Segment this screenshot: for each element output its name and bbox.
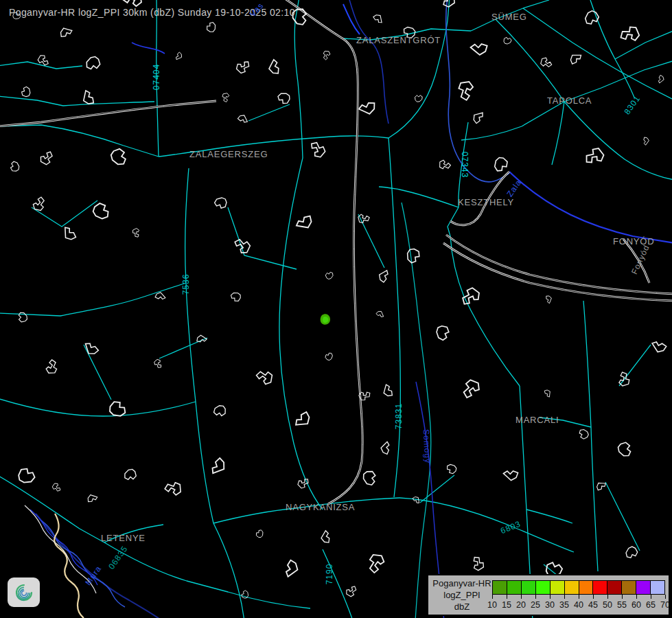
legend-tick-value: 20: [516, 600, 526, 610]
radar-echo: [321, 314, 330, 325]
legend-tick: [622, 595, 623, 599]
legend-tick: [636, 595, 637, 599]
legend-unit: dbZ: [431, 601, 493, 613]
legend-tick-value: 10: [487, 600, 497, 610]
legend-product: logZ_PPI: [431, 589, 493, 601]
legend-tick: [507, 595, 507, 599]
legend-tick-value: 55: [617, 600, 627, 610]
legend-tick-value: 60: [632, 600, 641, 610]
legend-color-cell: [564, 580, 579, 595]
road-network: [0, 0, 672, 618]
legend-tick: [593, 595, 594, 599]
legend-color-cell: [636, 580, 650, 595]
motorway-line: [54, 514, 84, 618]
legend-tick: [607, 595, 608, 599]
legend-tick: [492, 595, 493, 599]
legend-tick: [579, 595, 579, 599]
legend-color-cell: [507, 580, 521, 595]
legend-tick: [535, 595, 536, 599]
legend-tick-value: 50: [603, 600, 612, 610]
legend-tick-labels: 10152025303540455055606570: [492, 600, 667, 611]
legend-tick-value: 45: [588, 600, 598, 610]
legend-tick-value: 30: [545, 600, 555, 610]
legend-tick: [651, 595, 651, 599]
legend-color-cell: [607, 580, 621, 595]
legend-station: Poganyvar-HR: [431, 577, 493, 589]
legend-tick: [550, 595, 551, 599]
dbz-legend: Poganyvar-HR logZ_PPI dbZ 10152025303540…: [427, 574, 670, 616]
legend-tick-value: 25: [531, 600, 540, 610]
legend-tick-value: 35: [559, 600, 569, 610]
legend-color-cell: [592, 580, 607, 595]
legend-tick: [564, 595, 565, 599]
settlement-outlines: [9, 0, 667, 602]
legend-tick-value: 40: [574, 600, 583, 610]
radar-spiral-icon: [12, 581, 36, 604]
main-roads-white: [0, 0, 672, 504]
radar-map-viewport: Poganyvar-HR logZ_PPI 30km (dbZ) Sunday …: [0, 0, 672, 618]
legend-tick-value: 15: [502, 600, 511, 610]
legend-color-cell: [492, 580, 507, 595]
legend-color-scale: [492, 580, 665, 595]
map-linework: [0, 0, 672, 618]
legend-color-cell: [521, 580, 535, 595]
rivers: [30, 0, 672, 618]
legend-tick-value: 70: [660, 600, 670, 610]
principalis-channel: [402, 203, 431, 618]
legend-color-cell: [621, 580, 636, 595]
legend-color-cell: [550, 580, 564, 595]
legend-tick-marks: [492, 595, 667, 599]
legend-tick: [521, 595, 522, 599]
radar-spiral-logo: [8, 577, 40, 607]
legend-caption: Poganyvar-HR logZ_PPI dbZ: [431, 577, 493, 613]
legend-tick: [665, 595, 666, 599]
legend-tick-value: 65: [646, 600, 656, 610]
legend-color-cell: [579, 580, 593, 595]
legend-color-cell: [535, 580, 550, 595]
legend-color-cell: [650, 580, 665, 595]
